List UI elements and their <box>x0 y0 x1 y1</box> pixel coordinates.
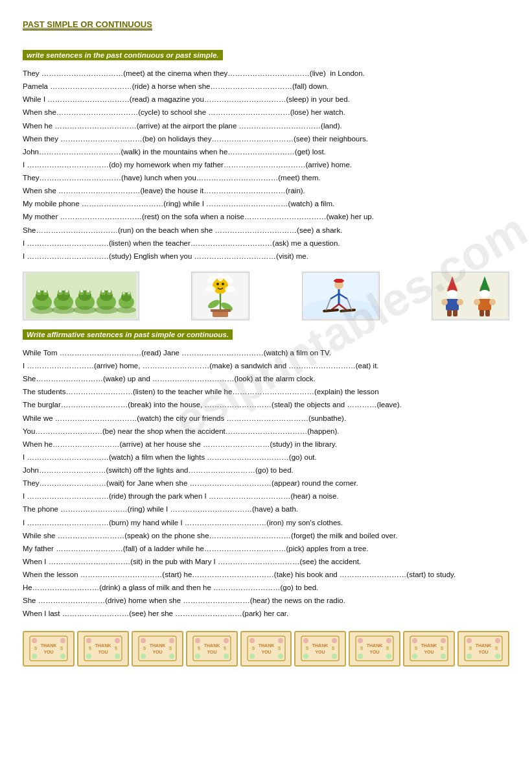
svg-point-103 <box>141 638 146 643</box>
svg-point-86 <box>60 654 65 659</box>
svg-point-123 <box>249 638 255 643</box>
svg-point-166 <box>495 654 500 659</box>
section1-instruction: write sentences in the past continuous o… <box>23 50 223 60</box>
svg-text:THANK: THANK <box>258 643 274 648</box>
svg-point-135 <box>303 654 308 659</box>
line-5: When he ……………………………(arrive) at the airpo… <box>23 119 509 132</box>
svg-point-77 <box>489 299 496 305</box>
line-7: John……………………………(walk) in the mountains w… <box>23 145 509 158</box>
svg-text:$: $ <box>168 645 172 651</box>
svg-text:YOU: YOU <box>424 650 434 654</box>
svg-point-32 <box>52 306 75 314</box>
svg-point-23 <box>102 290 104 292</box>
thank-you-row: THANK YOU $ $ THANK YOU $ $ <box>23 631 509 667</box>
svg-point-164 <box>495 638 500 643</box>
svg-point-163 <box>467 638 472 643</box>
svg-point-84 <box>60 638 65 643</box>
s2-line-8: When he………………………(arrive) at her house sh… <box>23 438 509 451</box>
svg-text:$: $ <box>441 645 444 651</box>
svg-point-6 <box>44 290 47 292</box>
svg-rect-49 <box>211 309 231 312</box>
line-9: They……………………………(have) lunch when you…………… <box>23 171 509 184</box>
svg-text:$: $ <box>115 645 118 651</box>
thank-you-card-2: THANK YOU $ $ <box>77 631 129 667</box>
svg-point-39 <box>222 283 224 285</box>
line-1: They ……………………………(meet) at the cinema whe… <box>23 67 509 80</box>
frogs-image <box>23 272 139 320</box>
line-12: My mother ……………………………(rest) on the sofa … <box>23 210 509 223</box>
gnome-image <box>432 272 509 320</box>
line-2: Pamela ……………………………(ride) a horse when sh… <box>23 80 509 93</box>
svg-text:THANK: THANK <box>312 643 329 648</box>
svg-point-125 <box>249 654 255 659</box>
svg-point-85 <box>32 654 37 659</box>
s2-line-9: I ……………………………(watch) a film when the lig… <box>23 451 509 464</box>
svg-point-134 <box>332 638 337 643</box>
s2-line-7: You………………………(be) near the shop when the … <box>23 425 509 438</box>
svg-text:YOU: YOU <box>152 650 162 654</box>
line-11: My mobile phone ……………………………(ring) while … <box>23 197 509 210</box>
line-14: I ……………………………(listen) when the teacher……… <box>23 237 509 250</box>
svg-text:$: $ <box>143 645 146 651</box>
svg-text:$: $ <box>332 645 335 651</box>
svg-point-143 <box>358 638 363 643</box>
svg-text:THANK: THANK <box>476 643 492 648</box>
svg-text:$: $ <box>415 645 418 651</box>
svg-text:$: $ <box>197 645 200 651</box>
svg-text:YOU: YOU <box>261 650 271 654</box>
svg-rect-75 <box>478 299 491 311</box>
svg-text:THANK: THANK <box>41 643 57 648</box>
section2-lines: While Tom ……………………………(read) Jane …………………… <box>23 346 509 621</box>
svg-rect-79 <box>485 310 490 316</box>
line-13: She……………………………(run) on the beach when sh… <box>23 224 509 237</box>
svg-text:$: $ <box>386 645 389 651</box>
svg-point-124 <box>278 638 283 643</box>
thank-you-card-1: THANK YOU $ $ <box>23 631 75 667</box>
line-10: When she ……………………………(leave) the house it… <box>23 184 509 197</box>
thank-you-card-4: THANK YOU $ $ <box>186 631 238 667</box>
svg-point-11 <box>59 290 62 292</box>
s2-line-20: She ………………………(drive) home when she ……………… <box>23 594 509 607</box>
svg-point-133 <box>303 638 308 643</box>
svg-text:$: $ <box>34 645 38 651</box>
svg-rect-78 <box>480 310 484 316</box>
svg-point-42 <box>225 286 235 292</box>
svg-point-165 <box>467 654 472 659</box>
svg-text:$: $ <box>360 645 364 651</box>
thank-you-card-5: THANK YOU $ $ <box>240 631 292 667</box>
thank-you-card-8: THANK YOU $ $ <box>403 631 455 667</box>
svg-rect-70 <box>447 310 452 316</box>
thank-you-card-3: THANK YOU $ $ <box>132 631 183 667</box>
s2-line-15: While she ………………………(speak) on the phone … <box>23 529 509 542</box>
line-4: When she……………………………(cycle) to school she… <box>23 106 509 119</box>
svg-point-30 <box>128 292 130 294</box>
svg-rect-67 <box>446 299 459 311</box>
thank-you-card-6: THANK YOU $ $ <box>294 631 346 667</box>
s2-line-10: John………………………(switch) off the lights and… <box>23 464 509 477</box>
svg-point-126 <box>278 654 283 659</box>
svg-point-144 <box>386 638 391 643</box>
svg-point-146 <box>386 654 391 659</box>
svg-rect-64 <box>433 273 507 318</box>
svg-point-12 <box>65 290 68 292</box>
svg-text:$: $ <box>495 645 498 651</box>
page-title: PAST SIMPLE OR CONTINUOUS <box>23 19 152 30</box>
svg-text:THANK: THANK <box>149 643 165 648</box>
s2-line-13: The phone ………………………(ring) while I ………………… <box>23 503 509 515</box>
flower-image <box>191 272 249 320</box>
svg-point-18 <box>87 290 89 292</box>
svg-point-24 <box>108 290 111 292</box>
svg-point-153 <box>412 638 417 643</box>
s2-line-3: She………………………(wake) up and ……………………………(lo… <box>23 372 509 385</box>
svg-point-76 <box>474 299 480 305</box>
svg-point-136 <box>332 654 337 659</box>
svg-text:YOU: YOU <box>370 650 380 654</box>
svg-point-69 <box>457 299 463 305</box>
images-row <box>23 272 509 320</box>
thank-you-card-9: THANK YOU $ $ <box>457 631 509 667</box>
thank-you-card-7: THANK YOU $ $ <box>349 631 400 667</box>
s2-line-17: When I ……………………………(sit) in the pub with … <box>23 555 509 568</box>
line-15: I ……………………………(study) English when you ……… <box>23 250 509 263</box>
skiing-image <box>302 272 380 320</box>
svg-text:$: $ <box>277 645 281 651</box>
